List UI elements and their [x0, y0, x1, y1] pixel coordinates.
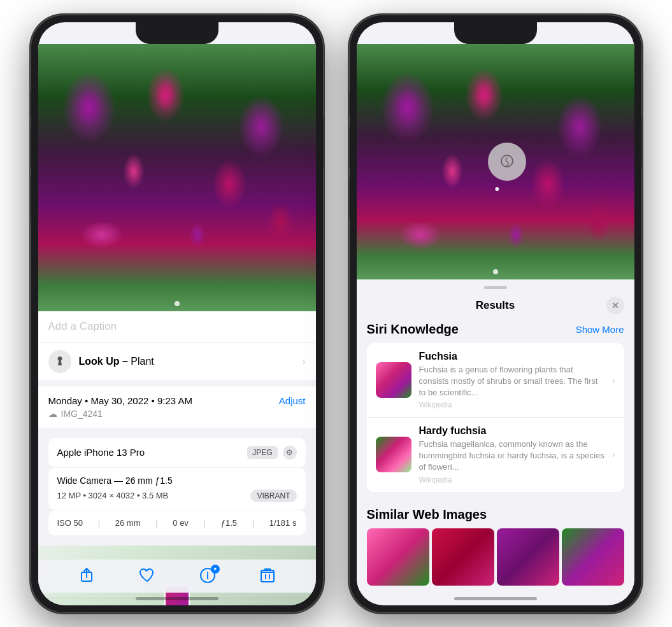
page-dot: [175, 301, 180, 306]
siri-knowledge-title: Siri Knowledge: [367, 322, 459, 337]
hardy-thumb: [376, 437, 411, 472]
caption-placeholder[interactable]: Add a Caption: [48, 320, 117, 332]
camera-specs: 12 MP • 3024 × 4032 • 3.5 MB: [57, 491, 169, 500]
cloud-icon: ☁: [48, 409, 57, 419]
filename: IMG_4241: [61, 409, 103, 419]
vibrant-badge: VIBRANT: [250, 490, 296, 502]
fuchsia-desc: Fuchsia is a genus of flowering plants t…: [419, 364, 604, 399]
close-button[interactable]: ✕: [606, 297, 624, 314]
results-title: Results: [385, 299, 606, 312]
shutter-value: 1/181 s: [269, 518, 297, 528]
jpeg-badge: JPEG: [247, 446, 277, 459]
camera-details: Wide Camera — 26 mm ƒ1.5 12 MP • 3024 × …: [48, 468, 306, 510]
toolbar: ✦: [38, 560, 316, 593]
home-indicator: [136, 597, 218, 600]
web-image-4[interactable]: [562, 528, 624, 586]
notch: [136, 22, 218, 44]
info-button[interactable]: ✦: [199, 567, 216, 588]
fuchsia-content: Fuchsia Fuchsia is a genus of flowering …: [419, 351, 604, 410]
favorite-button[interactable]: [139, 568, 155, 587]
phone1-content[interactable]: Add a Caption Look Up – Plant ›: [38, 22, 316, 605]
drag-handle[interactable]: [484, 286, 507, 289]
adjust-button[interactable]: Adjust: [279, 395, 306, 406]
hardy-content: Hardy fuchsia Fuchsia magellanica, commo…: [419, 425, 604, 484]
gear-icon[interactable]: ⚙: [283, 446, 297, 460]
results-header: Results ✕: [357, 294, 634, 322]
fuchsia-chevron: ›: [612, 375, 615, 385]
hardy-chevron: ›: [612, 449, 615, 460]
hardy-desc: Fuchsia magellanica, commonly known as t…: [419, 439, 604, 474]
knowledge-card: Fuchsia Fuchsia is a genus of flowering …: [367, 343, 624, 492]
fuchsia-thumb: [376, 362, 411, 398]
knowledge-item-fuchsia[interactable]: Fuchsia Fuchsia is a genus of flowering …: [367, 343, 624, 418]
web-images-grid: [367, 528, 624, 586]
look-up-chevron: ›: [303, 356, 306, 367]
home-indicator-2: [454, 597, 537, 600]
device-name: Apple iPhone 13 Pro: [57, 447, 145, 458]
hardy-source: Wikipedia: [419, 476, 604, 484]
delete-button[interactable]: [261, 567, 275, 588]
phone-1: Add a Caption Look Up – Plant ›: [31, 15, 324, 613]
look-up-icon: [48, 350, 71, 373]
page-dot-2: [493, 269, 498, 274]
iso-value: ISO 50: [57, 518, 83, 528]
results-panel: Results ✕ Siri Knowledge Show More: [357, 286, 634, 591]
fuchsia-source: Wikipedia: [419, 400, 604, 409]
notch-2: [454, 22, 537, 44]
info-section: Monday • May 30, 2022 • 9:23 AM Adjust ☁…: [38, 386, 316, 428]
siri-section: Siri Knowledge Show More Fuchsia Fuchsia…: [357, 322, 634, 497]
camera-line1: Wide Camera — 26 mm ƒ1.5: [57, 476, 297, 486]
fuchsia-title: Fuchsia: [419, 351, 604, 362]
info-badge: ✦: [211, 565, 220, 574]
photo-image[interactable]: [38, 44, 316, 311]
phone2-content[interactable]: Results ✕ Siri Knowledge Show More: [357, 22, 634, 605]
focal-length: 26 mm: [115, 518, 141, 528]
look-up-text: Look Up – Plant: [79, 356, 154, 367]
web-image-1[interactable]: [367, 528, 429, 586]
knowledge-item-hardy[interactable]: Hardy fuchsia Fuchsia magellanica, commo…: [367, 417, 624, 492]
exif-row: ISO 50 | 26 mm | 0 ev | ƒ1.5 | 1/181 s: [48, 511, 306, 535]
caption-area[interactable]: Add a Caption: [38, 311, 316, 342]
hardy-title: Hardy fuchsia: [419, 425, 604, 437]
ev-value: 0 ev: [173, 518, 189, 528]
similar-section: Similar Web Images: [357, 497, 634, 591]
photo-image-2[interactable]: [357, 44, 634, 279]
date-text: Monday • May 30, 2022 • 9:23 AM: [48, 395, 192, 406]
show-more-button[interactable]: Show More: [576, 324, 624, 335]
phone-2: Results ✕ Siri Knowledge Show More: [349, 15, 642, 613]
web-image-3[interactable]: [497, 528, 559, 586]
visual-search-button[interactable]: [488, 143, 526, 181]
web-image-2[interactable]: [432, 528, 494, 586]
share-button[interactable]: [79, 567, 94, 588]
device-row: Apple iPhone 13 Pro JPEG ⚙: [48, 438, 306, 467]
aperture-value: ƒ1.5: [221, 518, 237, 528]
look-up-row[interactable]: Look Up – Plant ›: [38, 342, 316, 381]
similar-web-title: Similar Web Images: [367, 507, 487, 521]
